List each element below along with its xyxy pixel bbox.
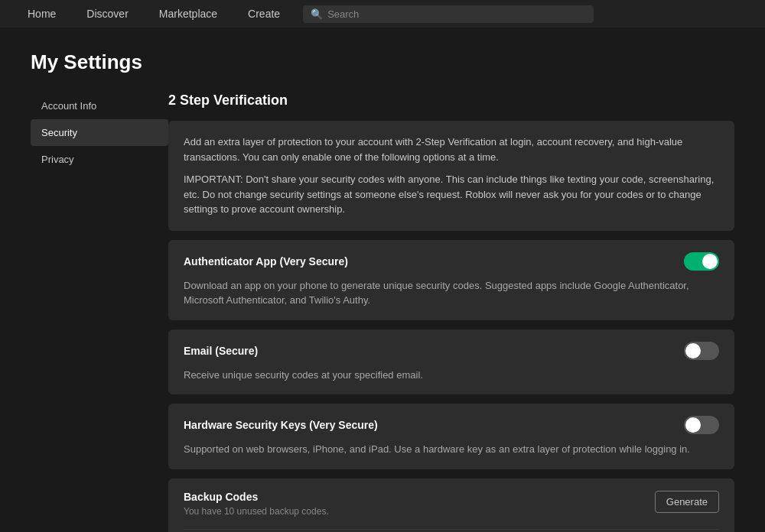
nav-marketplace[interactable]: Marketplace [144,0,233,28]
search-input[interactable] [327,8,586,20]
generate-button[interactable]: Generate [655,491,719,513]
search-icon: 🔍 [311,8,323,20]
backup-title: Backup Codes [184,491,329,503]
section-title: 2 Step Verification [168,92,734,109]
option-card-email: Email (Secure) Receive unique security c… [168,329,734,395]
sidebar-item-account-info[interactable]: Account Info [31,92,168,119]
toggle-hardware-knob [685,417,701,433]
content-area: 2 Step Verification Add an extra layer o… [168,92,734,532]
backup-subtitle: You have 10 unused backup codes. [184,506,329,517]
backup-header: Backup Codes You have 10 unused backup c… [168,478,734,529]
toggle-hardware-track [684,416,719,434]
toggle-email[interactable] [684,342,719,360]
backup-codes-card: Backup Codes You have 10 unused backup c… [168,478,734,533]
toggle-authenticator-knob [702,254,718,269]
top-navigation: Home Discover Marketplace Create 🔍 [0,0,765,28]
option-card-hardware: Hardware Security Keys (Very Secure) Sup… [168,404,734,469]
toggle-authenticator-track [684,252,719,271]
sidebar: Account Info Security Privacy [31,92,168,532]
toggle-email-track [684,342,719,360]
toggle-authenticator[interactable] [684,252,719,271]
backup-description: Generate and use backup codes in case yo… [168,530,734,533]
info-box: Add an extra layer of protection to your… [168,121,734,231]
backup-title-block: Backup Codes You have 10 unused backup c… [184,491,329,517]
nav-discover[interactable]: Discover [71,0,143,28]
option-desc-authenticator: Download an app on your phone to generat… [184,278,719,308]
option-title-hardware: Hardware Security Keys (Very Secure) [184,419,378,431]
nav-create[interactable]: Create [233,0,295,28]
option-title-email: Email (Secure) [184,345,258,357]
toggle-email-knob [685,343,701,358]
info-paragraph-2: IMPORTANT: Don't share your security cod… [184,172,719,217]
info-paragraph-1: Add an extra layer of protection to your… [184,135,719,164]
settings-layout: Account Info Security Privacy 2 Step Ver… [31,92,734,532]
main-content: My Settings Account Info Security Privac… [0,28,765,532]
search-bar: 🔍 [303,5,594,23]
option-desc-email: Receive unique security codes at your sp… [184,368,719,383]
option-desc-hardware: Supported on web browsers, iPhone, and i… [184,442,719,457]
option-card-authenticator: Authenticator App (Very Secure) Download… [168,240,734,320]
option-title-authenticator: Authenticator App (Very Secure) [184,255,348,268]
sidebar-item-security[interactable]: Security [31,119,168,146]
option-header-authenticator: Authenticator App (Very Secure) [184,252,719,271]
option-header-email: Email (Secure) [184,342,719,360]
sidebar-item-privacy[interactable]: Privacy [31,146,168,173]
nav-home[interactable]: Home [12,0,71,28]
toggle-hardware[interactable] [684,416,719,434]
page-title: My Settings [31,50,734,74]
option-header-hardware: Hardware Security Keys (Very Secure) [184,416,719,434]
